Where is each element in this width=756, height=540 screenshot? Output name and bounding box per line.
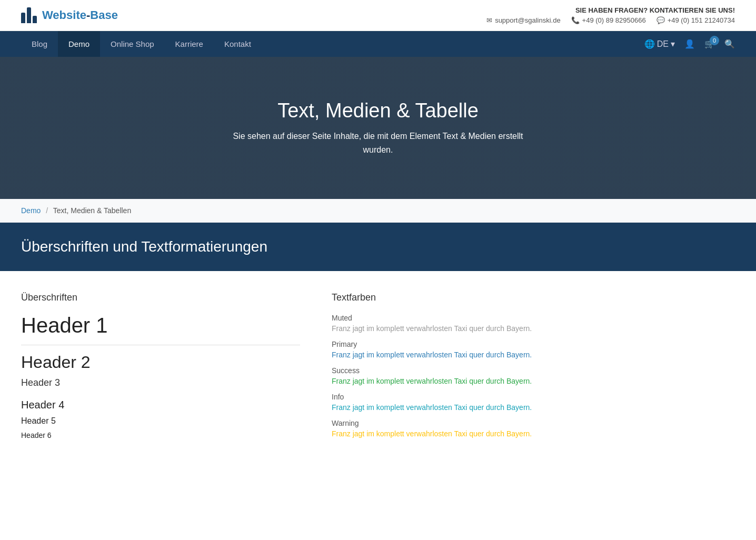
logo-icon: [21, 7, 37, 23]
main-content: Überschriften Header 1 Header 2 Header 3…: [0, 271, 632, 476]
section-heading: Überschriften und Textformatierungen: [21, 238, 735, 255]
color-label-info: Info: [332, 393, 611, 401]
search-icon: 🔍: [724, 39, 735, 49]
nav-right: 🌐 DE ▾ 👤 🛒 0 🔍: [644, 39, 735, 49]
contact-details: ✉ support@sgalinski.de 📞 +49 (0) 89 8295…: [486, 16, 735, 24]
header4: Header 4: [21, 399, 300, 411]
search-button[interactable]: 🔍: [724, 39, 735, 49]
logo-bar-1: [21, 13, 25, 23]
user-icon: 👤: [684, 39, 695, 49]
color-muted: Muted Franz jagt im komplett verwahrlost…: [332, 314, 611, 333]
color-label-success: Success: [332, 366, 611, 375]
contact-email: support@sgalinski.de: [495, 16, 560, 24]
breadcrumb-separator: /: [46, 206, 48, 215]
section-heading-bar: Überschriften und Textformatierungen: [0, 223, 756, 271]
color-success: Success Franz jagt im komplett verwahrlo…: [332, 366, 611, 385]
contact-whatsapp: +49 (0) 151 21240734: [668, 16, 735, 24]
contact-phone-item: 📞 +49 (0) 89 82950666: [571, 16, 646, 24]
lang-label: DE: [657, 39, 669, 49]
top-bar: Website-Base SIE HABEN FRAGEN? KONTAKTIE…: [0, 0, 756, 31]
color-sample-primary: Franz jagt im komplett verwahrlosten Tax…: [332, 351, 611, 359]
right-column: Textfarben Muted Franz jagt im komplett …: [332, 292, 611, 445]
color-sample-muted: Franz jagt im komplett verwahrlosten Tax…: [332, 324, 611, 333]
nav-item-online-shop[interactable]: Online Shop: [100, 31, 165, 57]
cart-button[interactable]: 🛒 0: [704, 39, 715, 49]
hero-subtitle: Sie sehen auf dieser Seite Inhalte, die …: [220, 129, 536, 156]
hero-title: Text, Medien & Tabelle: [220, 99, 536, 122]
color-label-muted: Muted: [332, 314, 611, 322]
header6: Header 6: [21, 431, 300, 439]
main-nav: Blog Demo Online Shop Karriere Kontakt 🌐…: [0, 31, 756, 57]
phone-icon: 📞: [571, 16, 580, 24]
logo-text-second: Base: [90, 8, 118, 22]
left-col-title: Überschriften: [21, 292, 300, 303]
logo-area: Website-Base: [21, 7, 118, 23]
color-sample-success: Franz jagt im komplett verwahrlosten Tax…: [332, 377, 611, 385]
color-sample-warning: Franz jagt im komplett verwahrlosten Tax…: [332, 429, 611, 438]
user-icon-button[interactable]: 👤: [684, 39, 695, 49]
header2: Header 2: [21, 353, 300, 372]
hero-section: Text, Medien & Tabelle Sie sehen auf die…: [0, 57, 756, 199]
header5: Header 5: [21, 416, 300, 426]
color-warning: Warning Franz jagt im komplett verwahrlo…: [332, 419, 611, 438]
email-icon: ✉: [486, 16, 492, 24]
language-selector[interactable]: 🌐 DE ▾: [644, 39, 675, 49]
breadcrumb-current: Text, Medien & Tabellen: [53, 206, 131, 215]
color-sample-info: Franz jagt im komplett verwahrlosten Tax…: [332, 403, 611, 412]
globe-icon: 🌐: [644, 39, 655, 49]
contact-email-item: ✉ support@sgalinski.de: [486, 16, 560, 24]
logo-bar-3: [33, 16, 37, 23]
header3: Header 3: [21, 377, 300, 388]
nav-item-karriere[interactable]: Karriere: [165, 31, 214, 57]
chevron-down-icon: ▾: [671, 39, 675, 49]
color-label-primary: Primary: [332, 340, 611, 348]
logo-bar-2: [27, 7, 31, 23]
two-column-layout: Überschriften Header 1 Header 2 Header 3…: [21, 292, 611, 445]
right-col-title: Textfarben: [332, 292, 611, 303]
nav-item-demo[interactable]: Demo: [58, 31, 100, 57]
breadcrumb: Demo / Text, Medien & Tabellen: [0, 199, 756, 223]
contact-phone: +49 (0) 89 82950666: [582, 16, 646, 24]
whatsapp-icon: 💬: [656, 16, 665, 24]
cart-badge: 0: [710, 36, 719, 45]
logo-text-main: Website: [42, 8, 86, 22]
nav-item-blog[interactable]: Blog: [21, 31, 58, 57]
contact-area: SIE HABEN FRAGEN? KONTAKTIEREN SIE UNS! …: [486, 6, 735, 24]
nav-left: Blog Demo Online Shop Karriere Kontakt: [21, 31, 262, 57]
color-info: Info Franz jagt im komplett verwahrloste…: [332, 393, 611, 412]
nav-item-kontakt[interactable]: Kontakt: [214, 31, 262, 57]
contact-headline: SIE HABEN FRAGEN? KONTAKTIEREN SIE UNS!: [486, 6, 735, 14]
breadcrumb-demo-link[interactable]: Demo: [21, 206, 41, 215]
left-column: Überschriften Header 1 Header 2 Header 3…: [21, 292, 300, 445]
color-primary: Primary Franz jagt im komplett verwahrlo…: [332, 340, 611, 359]
hero-content: Text, Medien & Tabelle Sie sehen auf die…: [199, 99, 557, 156]
color-label-warning: Warning: [332, 419, 611, 427]
header1: Header 1: [21, 314, 300, 345]
logo-text: Website-Base: [42, 8, 118, 22]
contact-whatsapp-item: 💬 +49 (0) 151 21240734: [656, 16, 735, 24]
